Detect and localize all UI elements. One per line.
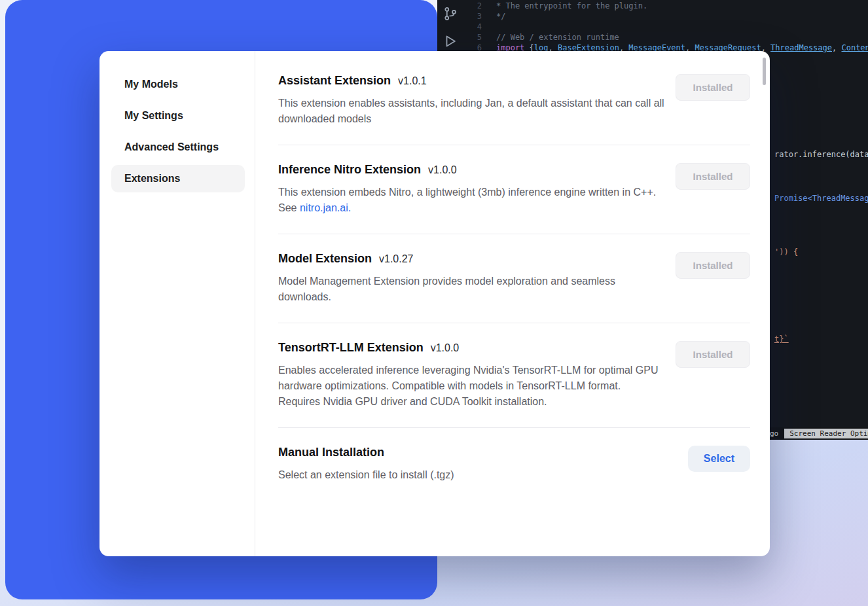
extension-description: This extension embeds Nitro, a lightweig…: [278, 185, 664, 216]
extension-version: v1.0.0: [431, 342, 460, 354]
sidebar-item-my-models[interactable]: My Models: [111, 71, 245, 98]
extension-name: Assistant Extension: [278, 74, 391, 88]
extension-row-nitro: Inference Nitro Extension v1.0.0 This ex…: [278, 145, 750, 234]
extension-description: This extension enables assistants, inclu…: [278, 96, 664, 127]
installed-button[interactable]: Installed: [676, 341, 750, 368]
sidebar-item-my-settings[interactable]: My Settings: [111, 102, 245, 130]
select-file-button[interactable]: Select: [688, 446, 750, 472]
line-number: 3: [462, 12, 482, 21]
extension-name: TensortRT-LLM Extension: [278, 341, 424, 355]
settings-modal: My Models My Settings Advanced Settings …: [99, 51, 770, 556]
code-text: // Web / extension runtime: [496, 33, 619, 42]
sidebar-item-advanced-settings[interactable]: Advanced Settings: [111, 134, 245, 161]
source-control-icon[interactable]: [443, 7, 458, 21]
line-number: 5: [462, 33, 482, 42]
line-number: 4: [462, 22, 482, 31]
code-line: 5 // Web / extension runtime: [462, 33, 619, 42]
code-fragment: rator.inference(data));: [774, 150, 868, 159]
extension-version: v1.0.0: [428, 164, 457, 176]
extension-description: Enables accelerated inference leveraging…: [278, 363, 664, 410]
desktop-background: 2 * The entrypoint for the plugin. 3 */ …: [0, 0, 868, 606]
manual-installation-title: Manual Installation: [278, 446, 384, 459]
extension-row-tensorrt: TensortRT-LLM Extension v1.0.0 Enables a…: [278, 323, 750, 428]
extension-row-assistant: Assistant Extension v1.0.1 This extensio…: [278, 56, 750, 145]
code-fragment: ')) {: [774, 247, 798, 257]
extensions-panel: Assistant Extension v1.0.1 This extensio…: [256, 51, 770, 556]
settings-sidebar: My Models My Settings Advanced Settings …: [99, 51, 255, 556]
extension-description: Model Management Extension provides mode…: [278, 274, 664, 305]
manual-installation-row: Manual Installation Select an extension …: [278, 428, 750, 501]
run-debug-icon[interactable]: [443, 34, 458, 48]
code-line: 3 */: [462, 12, 505, 21]
extension-version: v1.0.1: [398, 75, 427, 87]
installed-button[interactable]: Installed: [676, 252, 750, 279]
nitro-jan-ai-link[interactable]: nitro.jan.ai.: [300, 202, 351, 213]
extension-name: Inference Nitro Extension: [278, 163, 421, 177]
code-text: */: [496, 12, 505, 21]
code-line: 4: [462, 22, 482, 31]
line-number: 2: [462, 1, 482, 10]
extension-version: v1.0.27: [379, 253, 413, 265]
code-fragment: Promise<ThreadMessage>: [774, 194, 868, 203]
code-fragment: t}`: [774, 334, 789, 344]
manual-installation-description: Select an extension file to install (.tg…: [278, 467, 454, 483]
installed-button[interactable]: Installed: [676, 163, 750, 190]
code-text: * The entrypoint for the plugin.: [496, 1, 647, 10]
installed-button[interactable]: Installed: [676, 74, 750, 101]
status-text: go: [770, 429, 778, 438]
sidebar-item-extensions[interactable]: Extensions: [111, 165, 245, 192]
code-line: 2 * The entrypoint for the plugin.: [462, 1, 647, 10]
extension-name: Model Extension: [278, 252, 372, 266]
screen-reader-badge[interactable]: Screen Reader Optimized: [784, 429, 868, 438]
extension-row-model: Model Extension v1.0.27 Model Management…: [278, 234, 750, 323]
